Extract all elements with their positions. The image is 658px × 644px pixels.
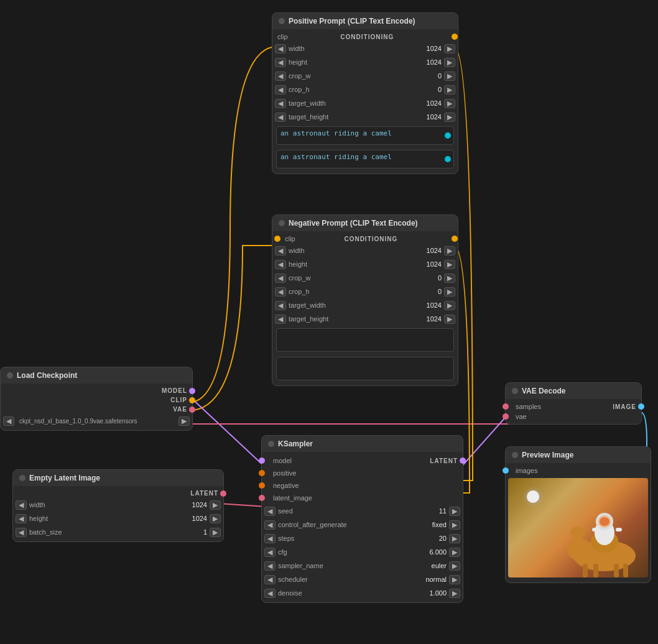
positive-targetwidth-increase[interactable]: ▶ [444, 99, 455, 108]
positive-cropw-increase[interactable]: ▶ [444, 71, 455, 81]
clip-out-connector[interactable] [189, 397, 195, 403]
ksampler-control-decrease[interactable]: ◀ [264, 520, 276, 530]
positive-targetheight-decrease[interactable]: ◀ [275, 113, 286, 122]
svg-rect-13 [592, 528, 598, 531]
positive-height-decrease[interactable]: ◀ [275, 58, 286, 67]
positive-targetheight-label: target_height [286, 113, 419, 121]
negative-targetwidth-decrease[interactable]: ◀ [275, 301, 286, 310]
ksampler-sampler-increase[interactable]: ▶ [449, 561, 460, 571]
ksampler-negative-label: negative [267, 482, 299, 489]
preview-img-placeholder [508, 478, 648, 577]
positive-text1-value: an astronaut riding a camel [280, 129, 392, 137]
empty-batch-increase[interactable]: ▶ [210, 528, 221, 537]
ksampler-seed-increase[interactable]: ▶ [449, 507, 460, 516]
svg-rect-7 [614, 564, 619, 577]
ksampler-model-in-connector[interactable] [259, 458, 265, 464]
negative-height-decrease[interactable]: ◀ [275, 260, 286, 269]
load-ckpt-row: ◀ ckpt_nsd_xl_base_1.0_0.9vae.safetensor… [1, 414, 192, 428]
empty-width-increase[interactable]: ▶ [210, 500, 221, 510]
empty-height-row: ◀ height 1024 ▶ [13, 512, 223, 525]
ksampler-denoise-decrease[interactable]: ◀ [264, 589, 276, 598]
ksampler-sampler-decrease[interactable]: ◀ [264, 561, 276, 571]
negative-targetheight-decrease[interactable]: ◀ [275, 315, 286, 324]
ksampler-steps-label: steps [276, 535, 424, 542]
negative-croph-increase[interactable]: ▶ [444, 287, 455, 297]
empty-latent-out-connector[interactable] [220, 490, 226, 497]
load-ckpt-prev[interactable]: ◀ [3, 416, 14, 426]
empty-height-increase[interactable]: ▶ [210, 514, 221, 523]
ksampler-cfg-decrease[interactable]: ◀ [264, 548, 276, 557]
negative-cropw-increase[interactable]: ▶ [444, 274, 455, 283]
model-out-connector[interactable] [189, 388, 195, 394]
positive-targetwidth-decrease[interactable]: ◀ [275, 99, 286, 108]
positive-prompt-header: Positive Prompt (CLIP Text Encode) [272, 13, 458, 29]
positive-width-decrease[interactable]: ◀ [275, 44, 286, 53]
positive-targetheight-increase[interactable]: ▶ [444, 113, 455, 122]
ksampler-cfg-increase[interactable]: ▶ [449, 548, 460, 557]
ksampler-latent-in-connector[interactable] [259, 495, 265, 501]
ksampler-scheduler-increase[interactable]: ▶ [449, 575, 460, 584]
empty-latent-out-row: LATENT [13, 489, 223, 498]
positive-targetheight-row: ◀ target_height 1024 ▶ [272, 110, 458, 124]
svg-rect-8 [623, 564, 628, 577]
empty-batch-row: ◀ batch_size 1 ▶ [13, 525, 223, 539]
load-vae-out-label: VAE [173, 406, 187, 413]
ksampler-control-label: control_after_generate [276, 521, 424, 528]
ksampler-sampler-value: euler [424, 562, 449, 569]
vae-decode-vae-in-connector[interactable] [503, 413, 509, 420]
ksampler-positive-row: positive [262, 467, 463, 479]
ksampler-scheduler-decrease[interactable]: ◀ [264, 575, 276, 584]
negative-height-increase[interactable]: ▶ [444, 260, 455, 269]
negative-clip-connector-left[interactable] [274, 236, 280, 242]
negative-targetheight-increase[interactable]: ▶ [444, 315, 455, 324]
ksampler-denoise-increase[interactable]: ▶ [449, 589, 460, 598]
negative-conditioning-connector[interactable] [452, 236, 458, 242]
ksampler-positive-in-connector[interactable] [259, 470, 265, 476]
negative-text2[interactable] [276, 357, 454, 380]
ksampler-steps-decrease[interactable]: ◀ [264, 534, 276, 543]
empty-width-row: ◀ width 1024 ▶ [13, 498, 223, 512]
empty-batch-label: batch_size [27, 528, 185, 536]
negative-text1[interactable] [276, 328, 454, 352]
negative-targetwidth-increase[interactable]: ▶ [444, 301, 455, 310]
ksampler-seed-decrease[interactable]: ◀ [264, 507, 276, 516]
negative-height-value: 1024 [419, 260, 444, 268]
svg-rect-5 [583, 564, 588, 577]
negative-height-row: ◀ height 1024 ▶ [272, 257, 458, 271]
positive-clip-row: clip CONDITIONING [272, 32, 458, 42]
ksampler-denoise-value: 1.000 [424, 589, 449, 597]
negative-cropw-decrease[interactable]: ◀ [275, 274, 286, 283]
negative-targetheight-row: ◀ target_height 1024 ▶ [272, 312, 458, 326]
vae-decode-samples-in-connector[interactable] [503, 403, 509, 410]
empty-batch-decrease[interactable]: ◀ [16, 528, 27, 537]
ksampler-scheduler-row: ◀ scheduler normal ▶ [262, 573, 463, 586]
positive-cropw-decrease[interactable]: ◀ [275, 71, 286, 81]
positive-croph-decrease[interactable]: ◀ [275, 85, 286, 94]
positive-width-row: ◀ width 1024 ▶ [272, 42, 458, 55]
vae-decode-image-out-connector[interactable] [638, 403, 644, 410]
positive-text2[interactable]: an astronaut riding a camel [276, 150, 454, 168]
negative-width-decrease[interactable]: ◀ [275, 246, 286, 255]
load-checkpoint-node: Load Checkpoint MODEL CLIP VAE ◀ ckpt_ns… [0, 367, 193, 431]
positive-conditioning-connector[interactable] [452, 34, 458, 40]
positive-text1[interactable]: an astronaut riding a camel [276, 126, 454, 145]
empty-height-label: height [27, 515, 185, 522]
ksampler-steps-increase[interactable]: ▶ [449, 534, 460, 543]
empty-height-decrease[interactable]: ◀ [16, 514, 27, 523]
negative-cropw-row: ◀ crop_w 0 ▶ [272, 271, 458, 285]
empty-width-decrease[interactable]: ◀ [16, 500, 27, 510]
negative-width-increase[interactable]: ▶ [444, 246, 455, 255]
positive-height-increase[interactable]: ▶ [444, 58, 455, 67]
preview-images-in-connector[interactable] [503, 467, 509, 474]
load-ckpt-next[interactable]: ▶ [178, 416, 190, 426]
positive-width-increase[interactable]: ▶ [444, 44, 455, 53]
positive-croph-increase[interactable]: ▶ [444, 85, 455, 94]
vae-out-connector[interactable] [189, 407, 195, 413]
ksampler-denoise-label: denoise [276, 589, 424, 597]
vae-decode-image-out-label: IMAGE [613, 403, 636, 410]
ksampler-latent-out-connector[interactable] [460, 458, 466, 464]
ksampler-scheduler-label: scheduler [276, 576, 423, 583]
ksampler-control-increase[interactable]: ▶ [449, 520, 460, 530]
ksampler-negative-in-connector[interactable] [259, 482, 265, 489]
negative-croph-decrease[interactable]: ◀ [275, 287, 286, 297]
